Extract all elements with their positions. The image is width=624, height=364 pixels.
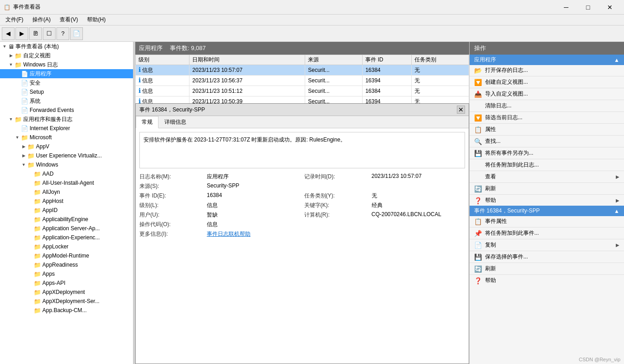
tree-item-aad[interactable]: 📁AAD	[0, 169, 133, 178]
tree-item-appsapi[interactable]: 📁Apps-API	[0, 278, 133, 288]
col-level[interactable]: 级别	[136, 55, 189, 65]
tree-item-security[interactable]: 📄安全	[0, 78, 133, 87]
action-item-1-4[interactable]: 🔄刷新	[470, 263, 624, 274]
action-submenu-arrow-0-11: ▶	[616, 198, 619, 203]
action-item-0-9[interactable]: 查看▶	[470, 172, 624, 182]
action-item-0-11[interactable]: ❓帮助▶	[470, 195, 624, 206]
col-eventid[interactable]: 事件 ID	[363, 55, 412, 65]
minimize-button[interactable]: ─	[556, 0, 577, 15]
action-label-0-11: 帮助	[485, 197, 496, 204]
col-category[interactable]: 任务类别	[412, 55, 469, 65]
tree-item-appid[interactable]: 📁AppID	[0, 206, 133, 215]
tree-item-apphost[interactable]: 📁AppHost	[0, 197, 133, 206]
action-label-1-4: 刷新	[485, 265, 496, 273]
popup-close-button[interactable]: ✕	[457, 106, 465, 114]
close-button[interactable]: ✕	[599, 0, 620, 15]
action-item-0-5[interactable]: 📋属性	[470, 124, 624, 135]
title-bar-controls: ─ □ ✕	[556, 0, 620, 15]
tree-item-appsrv[interactable]: 📁Application Server-Ap...	[0, 224, 133, 233]
tree-item-applocker[interactable]: 📁AppLocker	[0, 242, 133, 251]
action-item-1-5[interactable]: ❓帮助	[470, 275, 624, 286]
table-row[interactable]: ℹ 信息2023/11/23 10:51:12Securit...16384无	[136, 86, 469, 96]
tree-item-forwarded[interactable]: 📄Forwarded Events	[0, 106, 133, 115]
tree-item-winlogs[interactable]: ▼📁Windows 日志	[0, 60, 133, 69]
event-list-header: 应用程序 事件数: 9,087	[135, 42, 469, 55]
tree-item-root[interactable]: ▼🖥事件查看器 (本地)	[0, 42, 133, 51]
action-section-header-1[interactable]: 事件 16384，Security-SPP▲	[470, 206, 624, 216]
action-item-0-1[interactable]: 🔽创建自定义视图...	[470, 77, 624, 87]
toolbar-help[interactable]: ?	[56, 27, 69, 40]
tree-item-alluser[interactable]: 📁All-User-Install-Agent	[0, 178, 133, 187]
toolbar-forward[interactable]: ▶	[15, 27, 28, 40]
action-item-0-0[interactable]: 📂打开保存的日志...	[470, 65, 624, 76]
tree-node-icon-appid: 📁	[34, 207, 41, 214]
action-item-0-6[interactable]: 🔍查找...	[470, 136, 624, 147]
tree-label-appxdeployser: AppXDeployment-Ser...	[42, 298, 99, 304]
tree-label-appexp: Application-Experienc...	[42, 234, 100, 241]
cell-level: ℹ 信息	[136, 86, 189, 96]
action-item-0-10[interactable]: 🔄刷新	[470, 183, 624, 194]
tree-item-app[interactable]: 📄应用程序	[0, 69, 133, 78]
moreinfo-link[interactable]: 事件日志联机帮助	[207, 230, 301, 238]
record-time-label: 记录时间(D):	[304, 173, 368, 181]
tree-item-appexp[interactable]: 📁Application-Experienc...	[0, 233, 133, 242]
menu-action[interactable]: 操作(A)	[29, 15, 54, 25]
menu-file[interactable]: 文件(F)	[2, 15, 27, 25]
tree-item-uxv[interactable]: ▶📁User Experience Virtualiz...	[0, 151, 133, 160]
tree-item-appxdeployser[interactable]: 📁AppXDeployment-Ser...	[0, 297, 133, 306]
action-label-1-3: 保存选择的事件...	[485, 253, 528, 261]
action-item-0-2[interactable]: 📥导入自定义视图...	[470, 89, 624, 99]
eventid-label: 事件 ID(E):	[139, 192, 203, 200]
section-arrow-1: ▲	[614, 208, 619, 214]
tree-item-applicability[interactable]: 📁ApplicabilityEngine	[0, 215, 133, 224]
tree-item-microsoft[interactable]: ▼📁Microsoft	[0, 133, 133, 142]
action-section-header-0[interactable]: 应用程序▲	[470, 55, 624, 65]
action-item-0-7[interactable]: 💾将所有事件另存为...	[470, 148, 624, 158]
toolbar-back[interactable]: ◀	[2, 27, 15, 40]
table-row[interactable]: ℹ 信息2023/11/23 10:57:07Securit...16384无	[136, 65, 469, 76]
source-label: 来源(S):	[139, 182, 203, 190]
cell-source: Securit...	[305, 76, 363, 86]
computer-label: 计算机(R):	[304, 211, 368, 219]
toolbar-new[interactable]: ☐	[43, 27, 56, 40]
action-item-1-2[interactable]: 📄复制▶	[470, 240, 624, 250]
action-item-1-3[interactable]: 💾保存选择的事件...	[470, 252, 624, 262]
tree-item-appxdeploy[interactable]: 📁AppXDeployment	[0, 288, 133, 297]
action-item-0-3[interactable]: 清除日志...	[470, 101, 624, 111]
tree-item-custom[interactable]: ▶📁自定义视图	[0, 51, 133, 60]
tree-label-appready: AppReadiness	[42, 262, 78, 268]
tree-node-icon-winlogs: 📁	[15, 61, 22, 68]
toolbar-open[interactable]: 🖹	[29, 27, 42, 40]
table-row[interactable]: ℹ 信息2023/11/23 10:56:37Securit...16394无	[136, 76, 469, 86]
tree-item-moreitem[interactable]: 📁App.Backup-CM...	[0, 306, 133, 315]
tree-item-windows[interactable]: ▼📁Windows	[0, 160, 133, 169]
action-item-0-8[interactable]: 将任务附加到此日志...	[470, 160, 624, 170]
action-icon-0-7: 💾	[473, 150, 482, 157]
toolbar-doc[interactable]: 📄	[70, 27, 83, 40]
col-source[interactable]: 来源	[305, 55, 363, 65]
tree-label-applicability: ApplicabilityEngine	[42, 216, 88, 222]
action-item-0-4[interactable]: 🔽筛选当前日志...	[470, 112, 624, 123]
tree-item-appready[interactable]: 📁AppReadiness	[0, 260, 133, 269]
tree-item-alljoyn[interactable]: 📁AllJoyn	[0, 187, 133, 197]
col-datetime[interactable]: 日期和时间	[189, 55, 305, 65]
tree-item-apps[interactable]: 📁Apps	[0, 269, 133, 278]
tree-label-aad: AAD	[42, 171, 54, 177]
tree-item-appmodel[interactable]: 📁AppModel-Runtime	[0, 251, 133, 260]
source-value: Security-SPP	[207, 182, 301, 190]
menu-view[interactable]: 查看(V)	[56, 15, 82, 25]
tree-item-setup[interactable]: 📄Setup	[0, 87, 133, 96]
action-item-1-0[interactable]: 📋事件属性	[470, 216, 624, 227]
action-item-1-1[interactable]: 📌将任务附加到此事件...	[470, 228, 624, 238]
right-panel: 操作 应用程序▲📂打开保存的日志...🔽创建自定义视图...📥导入自定义视图..…	[469, 42, 624, 364]
tree-item-system[interactable]: 📄系统	[0, 96, 133, 106]
tab-detail[interactable]: 详细信息	[159, 116, 192, 128]
tab-general[interactable]: 常规	[136, 116, 159, 128]
menu-help[interactable]: 帮助(H)	[83, 15, 109, 25]
expand-icon-appv: ▶	[20, 144, 27, 149]
maximize-button[interactable]: □	[578, 0, 598, 15]
action-label-0-3: 清除日志...	[485, 102, 511, 110]
tree-item-ie[interactable]: 📄Internet Explorer	[0, 124, 133, 133]
tree-item-appv[interactable]: ▶📁AppV	[0, 142, 133, 151]
tree-item-appservlogs[interactable]: ▼📁应用程序和服务日志	[0, 115, 133, 124]
